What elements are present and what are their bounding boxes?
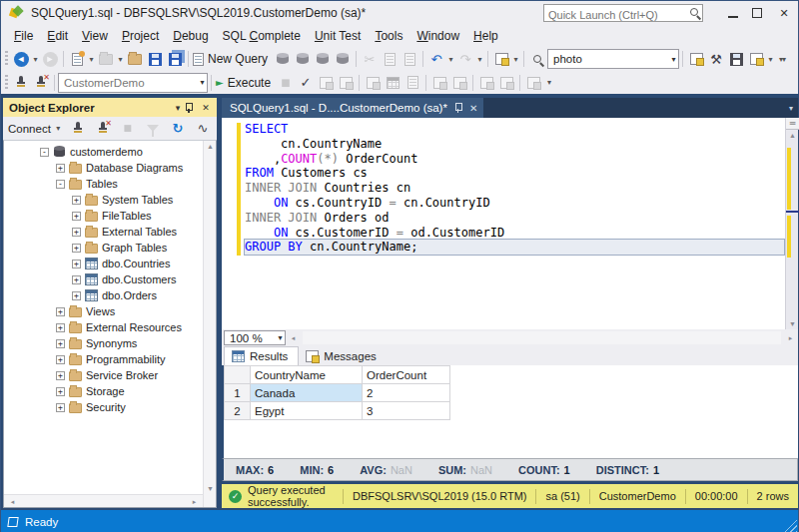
oe-disconnect-button[interactable]: ✕ bbox=[93, 119, 113, 139]
tab-messages[interactable]: Messages bbox=[299, 346, 386, 365]
paste-button[interactable] bbox=[400, 49, 419, 69]
tree-item-dbo-countries[interactable]: +dbo.Countries bbox=[4, 256, 203, 271]
execute-button[interactable]: ► Execute bbox=[215, 73, 276, 93]
navigate-to-button[interactable] bbox=[527, 49, 547, 69]
scroll-left-icon[interactable]: ◂ bbox=[286, 334, 301, 342]
save-button[interactable] bbox=[145, 49, 165, 69]
tree-expander-icon[interactable]: + bbox=[72, 228, 81, 237]
dax-query-button[interactable] bbox=[333, 49, 353, 69]
toolbar-overflow-button[interactable]: ▾▾ bbox=[775, 55, 789, 64]
tab-list-dropdown[interactable]: ▾ bbox=[789, 104, 793, 113]
save-all-button[interactable] bbox=[165, 49, 185, 69]
oe-connect-button[interactable]: Connect ▾ bbox=[8, 123, 63, 135]
quick-launch-input[interactable] bbox=[544, 7, 682, 23]
toolbar-grip[interactable] bbox=[5, 51, 8, 67]
new-file-dropdown[interactable]: ▾ bbox=[87, 55, 96, 64]
tree-expander-icon[interactable]: + bbox=[56, 403, 65, 412]
outdent-button[interactable] bbox=[496, 73, 516, 93]
results-grid-button[interactable] bbox=[383, 73, 402, 93]
mdx-query-button[interactable] bbox=[273, 49, 293, 69]
cut-button[interactable]: ✂ bbox=[360, 49, 380, 69]
editor-vertical-scrollbar[interactable]: ═ ▲ ▼ bbox=[785, 118, 798, 329]
navigate-backward-button[interactable]: ◄ bbox=[11, 49, 31, 69]
dmx-query-button[interactable] bbox=[293, 49, 313, 69]
scroll-down-icon[interactable]: ▼ bbox=[204, 485, 217, 492]
pin-icon[interactable] bbox=[454, 102, 462, 115]
menu-edit[interactable]: Edit bbox=[40, 26, 75, 46]
comment-button[interactable] bbox=[429, 73, 449, 93]
menu-project[interactable]: Project bbox=[115, 26, 166, 46]
menu-tools[interactable]: Tools bbox=[368, 26, 409, 46]
menu-unit-test[interactable]: Unit Test bbox=[308, 26, 368, 46]
redo-button[interactable]: ↷ bbox=[455, 49, 475, 69]
scroll-right-icon[interactable]: ▸ bbox=[188, 498, 201, 506]
tree-expander-icon[interactable]: + bbox=[56, 164, 65, 173]
xmla-query-button[interactable] bbox=[313, 49, 333, 69]
oe-connect-server-button[interactable] bbox=[68, 119, 88, 139]
tree-item-synonyms[interactable]: +Synonyms bbox=[4, 335, 203, 351]
window-position-dropdown[interactable]: ▾ bbox=[171, 103, 185, 113]
tree-item-views[interactable]: +Views bbox=[4, 303, 203, 319]
tree-item-programmability[interactable]: +Programmability bbox=[4, 351, 203, 367]
debug-button[interactable] bbox=[523, 73, 543, 93]
tree-item-storage[interactable]: +Storage bbox=[4, 383, 203, 399]
oe-horizontal-scrollbar[interactable]: ◂ ▸ bbox=[4, 494, 203, 507]
pin-icon[interactable] bbox=[185, 102, 199, 113]
sql-code[interactable]: SELECT cn.CountryName ,COUNT(*) OrderCou… bbox=[245, 122, 784, 255]
toolbar-grip[interactable] bbox=[5, 75, 8, 91]
grid-cell[interactable]: 2 bbox=[363, 384, 450, 402]
menu-window[interactable]: Window bbox=[409, 26, 466, 46]
oe-filter-button[interactable] bbox=[143, 119, 163, 139]
undo-button[interactable]: ↶ bbox=[426, 49, 446, 69]
query-options-button[interactable] bbox=[336, 73, 356, 93]
tree-item-database-diagrams[interactable]: +Database Diagrams bbox=[4, 160, 203, 176]
code-line-6[interactable]: ON cs.CountryID = cn.CountryID bbox=[245, 196, 784, 211]
tree-expander-icon[interactable]: + bbox=[56, 387, 65, 396]
tree-item-filetables[interactable]: +FileTables bbox=[4, 208, 203, 224]
toolbar-overflow-button[interactable]: ▾ bbox=[543, 78, 554, 87]
selection-button[interactable] bbox=[491, 49, 511, 69]
zoom-combobox[interactable]: 100 % ▾ bbox=[224, 330, 286, 345]
tree-expander-icon[interactable]: + bbox=[72, 244, 81, 253]
oe-refresh-button[interactable]: ↻ bbox=[168, 119, 188, 139]
maximize-button[interactable] bbox=[752, 8, 762, 18]
editor-horizontal-scrollbar[interactable] bbox=[303, 331, 781, 344]
grid-cell[interactable]: 3 bbox=[363, 402, 450, 420]
grid-cell[interactable]: Canada bbox=[251, 384, 363, 402]
open-project-button[interactable] bbox=[96, 49, 116, 69]
tree-item-dbo-orders[interactable]: +dbo.Orders bbox=[4, 287, 203, 303]
estimated-plan-button[interactable] bbox=[316, 73, 336, 93]
intellisense-button[interactable] bbox=[363, 73, 383, 93]
splitter-handle-icon[interactable]: ═ bbox=[786, 118, 799, 130]
navigate-forward-button[interactable]: ► bbox=[40, 49, 60, 69]
close-button[interactable]: ✕ bbox=[776, 5, 792, 21]
tree-expander-icon[interactable]: - bbox=[40, 148, 49, 157]
scroll-right-icon[interactable]: ▸ bbox=[783, 334, 798, 342]
command-dropdown[interactable]: ▾ bbox=[766, 55, 775, 64]
change-connection-button[interactable]: ✕ bbox=[31, 73, 51, 93]
new-query-button[interactable]: New Query bbox=[192, 49, 273, 69]
tree-expander-icon[interactable]: + bbox=[56, 355, 65, 364]
connect-button[interactable] bbox=[11, 73, 31, 93]
tree-expander-icon[interactable]: - bbox=[56, 180, 65, 189]
new-file-button[interactable] bbox=[67, 49, 87, 69]
close-panel-button[interactable]: ✕ bbox=[199, 103, 213, 113]
row-header[interactable]: 2 bbox=[225, 402, 251, 420]
object-explorer-header[interactable]: Object Explorer ▾ ✕ bbox=[3, 98, 217, 117]
tree-expander-icon[interactable]: + bbox=[72, 196, 81, 205]
menu-sql-complete[interactable]: SQL Complete bbox=[216, 26, 308, 46]
tree-expander-icon[interactable]: + bbox=[56, 371, 65, 380]
menu-help[interactable]: Help bbox=[466, 26, 505, 46]
selection-dropdown[interactable]: ▾ bbox=[511, 55, 520, 64]
code-line-5[interactable]: INNER JOIN Countries cn bbox=[245, 181, 784, 196]
tools-button[interactable]: ⚒ bbox=[706, 49, 726, 69]
resize-grip[interactable] bbox=[784, 519, 797, 532]
document-tab[interactable]: SQLQuery1.sql - D....CustomerDemo (sa)* … bbox=[222, 98, 483, 118]
tab-results[interactable]: Results bbox=[224, 346, 299, 365]
tree-expander-icon[interactable]: + bbox=[56, 307, 65, 316]
code-line-7[interactable]: INNER JOIN Orders od bbox=[245, 211, 784, 226]
code-line-8[interactable]: ON cs.CustomerID = od.CustomerID bbox=[245, 226, 784, 241]
menu-view[interactable]: View bbox=[75, 26, 115, 46]
scroll-left-icon[interactable]: ◂ bbox=[6, 498, 19, 506]
grid-cell[interactable]: Egypt bbox=[251, 402, 363, 420]
